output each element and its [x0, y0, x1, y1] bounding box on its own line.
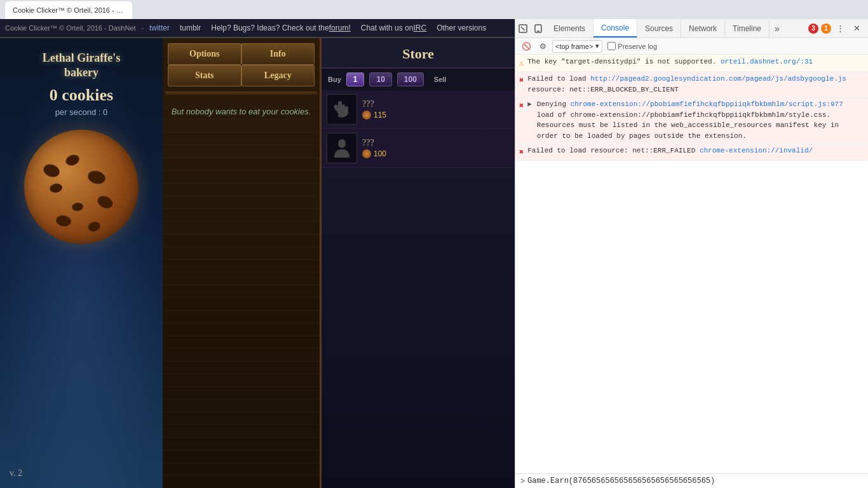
- cost-value-1: 115: [374, 111, 386, 119]
- sell-label: Sell: [434, 76, 447, 83]
- store-header: Store: [322, 38, 515, 69]
- chat-link[interactable]: Chat with us on IRC: [356, 19, 431, 37]
- main-content-area: Cookie Clicker™ © Orteil, 2016 - DashNet…: [0, 19, 868, 488]
- info-button[interactable]: Info: [241, 43, 315, 65]
- middle-panel: Options Info Stats Legacy But nobody wan…: [163, 38, 322, 488]
- svg-line-2: [521, 27, 525, 30]
- person-icon: [329, 135, 355, 161]
- hand-icon: [329, 97, 355, 122]
- game-area: Cookie Clicker™ © Orteil, 2016 - DashNet…: [0, 19, 515, 488]
- left-panel: Lethal Giraffe's bakery 0 cookies per se…: [0, 38, 163, 488]
- tumblr-link[interactable]: tumblr: [175, 19, 206, 37]
- choc-chip-8: [42, 162, 62, 179]
- item-cost-2: 100: [362, 149, 510, 158]
- message-link-2[interactable]: http://pagead2.googlesyndication.com/pag…: [590, 75, 846, 83]
- devtools-panel: Elements Console Sources Network Timelin…: [515, 19, 868, 488]
- other-versions-link[interactable]: Other versions: [431, 19, 491, 37]
- choc-chip-2: [86, 168, 107, 186]
- store-controls: Buy 1 10 100 Sell: [322, 69, 515, 90]
- expand-button[interactable]: ▶: [527, 99, 532, 110]
- console-filter-btn[interactable]: ⚙: [536, 39, 550, 53]
- menu-grid: Options Info Stats Legacy: [163, 38, 320, 92]
- warning-count-badge: 1: [821, 24, 831, 34]
- qty-1-button[interactable]: 1: [346, 72, 365, 86]
- twitter-link[interactable]: twitter: [144, 19, 175, 37]
- message-text-3: Denying chrome-extension://pbobiamfiefih…: [537, 99, 864, 141]
- options-button[interactable]: Options: [168, 43, 241, 65]
- qty-100-button[interactable]: 100: [397, 72, 424, 86]
- forum-link[interactable]: Help? Bugs? Ideas? Check out the forum!: [206, 19, 355, 37]
- devtools-tab-network[interactable]: Network: [681, 19, 725, 37]
- legacy-button[interactable]: Legacy: [241, 65, 315, 86]
- message-link-1[interactable]: orteil.dashnet.org/:31: [721, 58, 813, 65]
- message-text-1: The key "target-densitydpi" is not suppo…: [527, 57, 864, 67]
- message-text-4: Failed to load resource: net::ERR_FAILED…: [527, 146, 864, 156]
- error-count-badge: 3: [808, 24, 818, 34]
- console-input[interactable]: [527, 477, 863, 485]
- choc-chip-4: [95, 193, 114, 210]
- devtools-action-icons: 3 1 ⋮ ✕: [808, 21, 868, 36]
- error-icon-1: ✖: [519, 75, 524, 86]
- console-clear-btn[interactable]: 🚫: [519, 39, 533, 53]
- devtools-close-btn[interactable]: ✕: [849, 21, 864, 36]
- preserve-log-label[interactable]: Preserve log: [607, 42, 657, 50]
- frame-selector[interactable]: <top frame> ▾: [552, 40, 602, 53]
- choc-chip-3: [49, 182, 63, 193]
- buy-label: Buy: [328, 76, 341, 83]
- bakery-name: Lethal Giraffe's bakery: [43, 51, 120, 81]
- store-items-list: ??? 115: [322, 90, 515, 488]
- stats-button[interactable]: Stats: [168, 65, 241, 86]
- qty-10-button[interactable]: 10: [369, 72, 391, 86]
- message-link-4[interactable]: chrome-extension://invalid/: [700, 147, 813, 154]
- item-info-1: ??? 115: [362, 99, 510, 119]
- console-messages-area: ⚠ The key "target-densitydpi" is not sup…: [515, 55, 868, 473]
- browser-tabs-bar: Cookie Clicker™ © Orteil, 2016 - DashNet: [0, 0, 868, 19]
- error-icon-2: ✖: [519, 100, 524, 112]
- devtools-tab-console[interactable]: Console: [593, 19, 637, 37]
- cookie-cost-icon-1: [362, 111, 371, 119]
- item-name-2: ???: [362, 138, 510, 148]
- svg-point-0: [338, 139, 346, 148]
- console-message-error-2: ✖ ▶ Denying chrome-extension://pbobiamfi…: [515, 97, 868, 144]
- devtools-tab-bar: Elements Console Sources Network Timelin…: [515, 19, 868, 38]
- console-toolbar: 🚫 ⚙ <top frame> ▾ Preserve log: [515, 38, 868, 55]
- cost-value-2: 100: [374, 149, 386, 158]
- console-message-error-1: ✖ Failed to load http://pagead2.googlesy…: [515, 72, 868, 97]
- store-item[interactable]: ??? 100: [322, 129, 515, 168]
- message-text-2: Failed to load http://pagead2.googlesynd…: [527, 74, 864, 95]
- choc-chip-6: [55, 214, 72, 227]
- cookie-cost-icon-2: [362, 149, 371, 158]
- version-text: v. 2: [10, 468, 22, 478]
- devtools-more-tabs-btn[interactable]: »: [770, 24, 785, 34]
- choc-chip-7: [86, 220, 101, 233]
- item-info-2: ??? 100: [362, 138, 510, 158]
- console-prompt: >: [520, 477, 525, 485]
- devtools-tab-timeline[interactable]: Timeline: [725, 19, 770, 37]
- message-link-3[interactable]: chrome-extension://pbobiamfiefihckqfbppi…: [571, 100, 843, 108]
- game-body: Lethal Giraffe's bakery 0 cookies per se…: [0, 38, 515, 488]
- devtools-tab-sources[interactable]: Sources: [637, 19, 681, 37]
- big-cookie[interactable]: [24, 130, 139, 244]
- site-title: Cookie Clicker™ © Orteil, 2016 - DashNet: [0, 24, 141, 32]
- devtools-tab-elements[interactable]: Elements: [546, 19, 593, 37]
- console-input-row: >: [515, 473, 868, 488]
- choc-chip-5: [71, 202, 83, 212]
- devtools-inspect-btn[interactable]: [515, 21, 531, 36]
- game-topbar: Cookie Clicker™ © Orteil, 2016 - DashNet…: [0, 19, 515, 38]
- cookie-count: 0 cookies: [50, 86, 113, 105]
- error-icon-3: ✖: [519, 147, 524, 158]
- item-icon-unknown-1: [327, 94, 357, 125]
- store-panel: Store Buy 1 10 100 Sell: [322, 38, 515, 488]
- item-icon-unknown-2: [327, 133, 357, 163]
- devtools-device-btn[interactable]: [531, 21, 546, 36]
- item-cost-1: 115: [362, 111, 510, 119]
- choc-chip-1: [64, 153, 81, 168]
- devtools-settings-btn[interactable]: ⋮: [832, 21, 848, 36]
- console-message-warning: ⚠ The key "target-densitydpi" is not sup…: [515, 55, 868, 72]
- preserve-log-checkbox[interactable]: [607, 42, 616, 50]
- active-browser-tab[interactable]: Cookie Clicker™ © Orteil, 2016 - DashNet: [5, 1, 132, 19]
- flavor-text: But nobody wants to eat your cookies.: [163, 95, 320, 129]
- item-name-1: ???: [362, 99, 510, 109]
- tab-title: Cookie Clicker™ © Orteil, 2016 - DashNet: [13, 6, 125, 14]
- store-item[interactable]: ??? 115: [322, 90, 515, 129]
